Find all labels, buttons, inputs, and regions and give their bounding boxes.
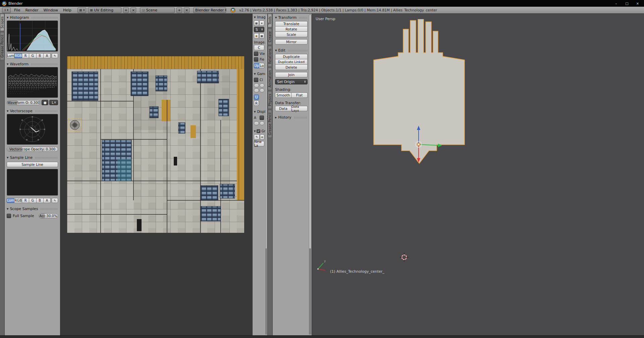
data-button[interactable]: Data [275, 106, 291, 111]
3d-viewport[interactable]: User Persp [312, 14, 644, 335]
translate-button[interactable]: Translate [275, 21, 308, 26]
show-line-icon[interactable]: ✎ [52, 53, 58, 58]
sample-channel-lum[interactable]: Lum [7, 198, 14, 203]
plus-icon[interactable]: + [260, 134, 264, 140]
display-panel-header[interactable]: ▼ Displ [254, 109, 264, 114]
data-layout-button[interactable]: Data Layo [291, 106, 308, 111]
scene-selector[interactable]: ◲ Scene [140, 7, 175, 13]
delete-button[interactable]: Delete [275, 65, 308, 70]
stepper[interactable] [254, 88, 259, 92]
close-scene-button[interactable]: × [184, 7, 190, 13]
set-origin-menu[interactable]: Set Origin ▲▼ [275, 79, 308, 84]
vectorscope-header[interactable]: ▼ Vectorscope [7, 108, 58, 114]
waveform-opacity-slider[interactable]: Waveform O: 0.300 [7, 100, 41, 105]
transform-panel-header[interactable]: ▼ Transform [275, 15, 308, 20]
r-toggle[interactable]: R [254, 100, 259, 106]
pencil-icon[interactable]: ✎ [254, 134, 260, 140]
new-layer-button[interactable]: New La [254, 141, 264, 146]
building-model[interactable] [370, 19, 467, 168]
sample-line-header[interactable]: ▼ Sample Line [7, 155, 58, 160]
view-as-render-checkbox[interactable] [254, 52, 258, 56]
screen-layout-type-button[interactable]: ▦ ▲▼ [77, 7, 86, 13]
tab-scopes[interactable]: Scopes [0, 14, 4, 31]
u-toggle[interactable]: U [254, 94, 259, 100]
c-checkbox[interactable] [260, 116, 264, 120]
menu-help[interactable]: Help [61, 8, 73, 12]
add-scene-button[interactable]: + [176, 7, 182, 13]
menu-render[interactable]: Render [23, 8, 40, 12]
screen-layout-selector[interactable]: ▦ UV Editing [88, 7, 121, 13]
lower-toggle[interactable]: Lo [259, 63, 264, 68]
waveform-mode-dropdown[interactable]: L ▲▼ [49, 100, 58, 105]
scale-button[interactable]: Scale [275, 32, 308, 37]
grease-pencil-checkbox[interactable]: ✓ [257, 129, 260, 133]
sample-line-button[interactable]: Sample Line [7, 162, 58, 167]
histogram-channel-rgb[interactable]: RGB [14, 53, 22, 58]
histogram-channel-r[interactable]: R [22, 53, 29, 58]
tab-grease-pencil[interactable]: Grease Pencil [0, 32, 4, 60]
waveform-header[interactable]: ▼ Waveform [7, 61, 58, 67]
menu-window[interactable]: Window [42, 8, 60, 12]
image-datablock-icon[interactable]: ▦ [254, 20, 259, 26]
scope-samples-header[interactable]: ▼ Scope Samples [7, 206, 58, 212]
accuracy-slider[interactable]: Acc:30.0% [39, 213, 58, 218]
rotate-button[interactable]: Rotate [275, 26, 308, 32]
close-button[interactable]: × [633, 1, 643, 6]
sample-channel-rgb[interactable]: RGB [14, 198, 22, 203]
full-sample-checkbox[interactable] [7, 214, 11, 218]
close-layout-button[interactable]: × [130, 7, 136, 13]
scrollbar[interactable] [309, 14, 311, 335]
sample-channel-g[interactable]: G [29, 198, 36, 203]
uv-texture-image[interactable] [67, 56, 244, 233]
duplicate-linked-button[interactable]: Duplicate Linked [275, 59, 308, 65]
sample-channel-r[interactable]: R [22, 198, 29, 203]
upper-toggle[interactable]: Up [254, 63, 259, 68]
show-line-icon[interactable]: ✎ [52, 198, 58, 203]
add-layout-button[interactable]: + [123, 7, 129, 13]
minimize-button[interactable]: – [611, 1, 621, 6]
scrollbar[interactable] [265, 14, 267, 335]
menu-file[interactable]: File [12, 8, 22, 12]
stepper[interactable] [260, 88, 265, 92]
waveform-color-icon[interactable]: ● [42, 100, 48, 105]
render-engine-selector[interactable]: Blender Render ▲▼ [193, 7, 226, 13]
stepper[interactable] [254, 121, 259, 125]
uv-image-editor[interactable] [61, 14, 252, 335]
maximize-button[interactable]: □ [622, 1, 632, 6]
fake-user-icon[interactable]: ◆ [254, 33, 259, 39]
image-panel-header[interactable]: ▼ Imag [254, 15, 264, 20]
tab-create[interactable]: Create [268, 28, 272, 45]
histogram-channel-a[interactable]: A [44, 53, 51, 58]
edit-panel-header[interactable]: ▼ Edit [275, 48, 308, 53]
tab-animation[interactable]: Animation [268, 68, 272, 90]
duplicate-button[interactable]: Duplicate [275, 54, 308, 59]
histogram-channel-lum[interactable]: Lum [7, 53, 14, 58]
flat-button[interactable]: Flat [291, 92, 308, 98]
sample-channel-a[interactable]: A [44, 198, 51, 203]
join-button[interactable]: Join [275, 72, 308, 77]
tab-physics[interactable]: Physics [268, 91, 272, 109]
histogram-header[interactable]: ▼ Histogram [7, 15, 58, 20]
sample-channel-b[interactable]: B [37, 198, 44, 203]
fields-checkbox[interactable] [254, 57, 258, 62]
3d-cursor-icon[interactable] [400, 253, 409, 262]
c-button[interactable]: C [254, 45, 264, 50]
game-panel-header[interactable]: ▼ Game [254, 71, 264, 76]
pack-image-icon[interactable]: ▦ [259, 33, 264, 39]
tab-grease-pencil[interactable]: Grease Pencil [268, 110, 272, 138]
image-source-field[interactable]: S ▲▼ [254, 27, 264, 32]
editor-type-button[interactable]: ℹ ▲▼ [2, 7, 11, 13]
histogram-channel-b[interactable]: B [37, 53, 44, 58]
mirror-button[interactable]: Mirror [275, 39, 308, 45]
stepper[interactable] [260, 83, 265, 87]
grease-pencil-panel-header[interactable]: ▼ ✓ Gr [254, 129, 264, 134]
vectorscope-opacity-slider[interactable]: Vectorscope Opacity: 0.300 [7, 147, 58, 152]
stepper[interactable] [260, 121, 265, 125]
tab-relations[interactable]: Relations [268, 46, 272, 67]
stepper[interactable] [254, 83, 259, 87]
tab-tools[interactable]: Tools [268, 14, 272, 27]
image-browse-button[interactable]: ▾ [259, 20, 264, 26]
histogram-channel-g[interactable]: G [29, 53, 36, 58]
clamp-checkbox[interactable] [254, 78, 258, 82]
history-panel-header[interactable]: ▶ History [275, 115, 308, 120]
